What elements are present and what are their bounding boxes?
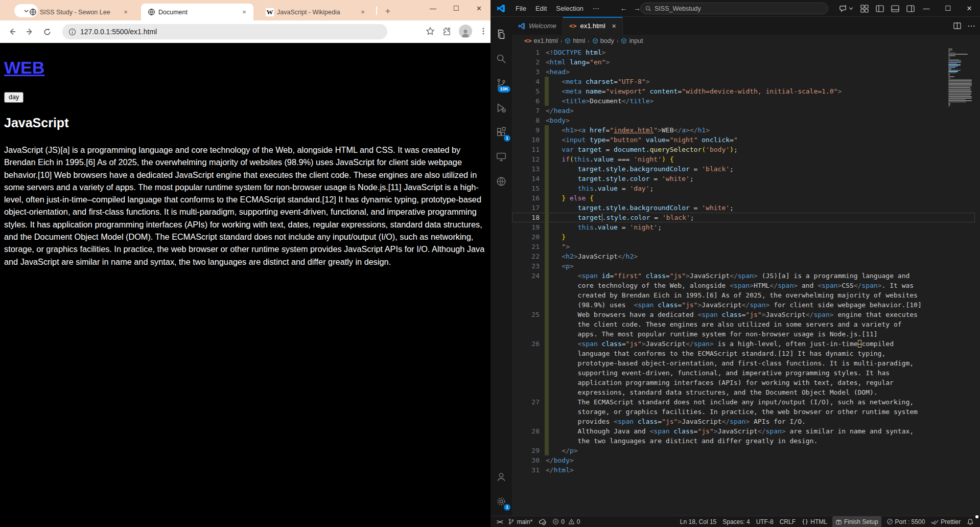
code-row[interactable]: 1<!DOCTYPE html> <box>512 48 980 57</box>
remote-explorer-icon[interactable] <box>491 145 512 169</box>
code-row[interactable]: 11 var target = document.querySelector('… <box>512 145 980 154</box>
encoding[interactable]: UTF-8 <box>753 516 777 527</box>
breadcrumb-html[interactable]: html <box>565 37 585 44</box>
close-tab-icon[interactable]: × <box>612 22 616 30</box>
bookmark-star-icon[interactable] <box>426 27 435 36</box>
code-editor[interactable]: 1<!DOCTYPE html>2<html lang="en">3<head>… <box>512 47 980 516</box>
code-row[interactable]: created by Brendan Eich in 1995.[6] As o… <box>512 290 980 300</box>
new-tab-button[interactable]: + <box>381 5 394 18</box>
code-row[interactable]: 31</html> <box>512 465 980 475</box>
tab-welcome[interactable]: Welcome <box>512 17 563 35</box>
command-center-search[interactable]: SISS_Webstudy <box>640 3 828 14</box>
source-control-icon[interactable]: 10K <box>491 71 512 96</box>
code-row[interactable]: 23 <p> <box>512 261 980 271</box>
menu-overflow[interactable]: ⋯ <box>588 5 604 12</box>
close-tab-icon[interactable]: × <box>240 8 248 16</box>
problems-item[interactable]: 0 0 <box>549 516 583 527</box>
toggle-sidebar-icon[interactable] <box>876 5 884 13</box>
menu-file[interactable]: File <box>511 5 531 12</box>
code-row[interactable]: supporting event-driven, functional, and… <box>512 368 980 378</box>
code-row[interactable]: 8<body> <box>512 116 980 125</box>
eol-sequence[interactable]: CRLF <box>777 516 799 527</box>
code-row[interactable]: the client code. These engines are also … <box>512 319 980 329</box>
indentation[interactable]: Spaces: 4 <box>719 516 753 527</box>
reload-button[interactable] <box>40 25 54 39</box>
code-row[interactable]: language that conforms to the ECMAScript… <box>512 349 980 358</box>
code-row[interactable]: 24 <span id="first" class="js">JavaScrip… <box>512 271 980 281</box>
minimize-button[interactable]: — <box>422 0 445 17</box>
forward-button[interactable] <box>22 25 37 39</box>
code-row[interactable]: 21 "> <box>512 242 980 251</box>
minimap[interactable] <box>948 49 973 106</box>
close-tab-icon[interactable]: × <box>122 8 130 16</box>
explorer-icon[interactable] <box>491 22 512 47</box>
browser-tab-document[interactable]: Document × <box>141 4 253 20</box>
customize-layout-icon[interactable] <box>860 5 869 13</box>
split-editor-icon[interactable] <box>953 22 961 30</box>
code-row[interactable]: 5 <meta name="viewport" content="width=d… <box>512 86 980 96</box>
toggle-secondary-sidebar-icon[interactable] <box>906 5 915 13</box>
toggle-panel-icon[interactable] <box>891 5 899 13</box>
code-row[interactable]: apps. The most popular runtime system fo… <box>512 329 980 339</box>
code-row[interactable]: provides <span class="js">JavaScript</sp… <box>512 417 980 426</box>
code-row[interactable]: 19 this.value = 'night'; <box>512 222 980 232</box>
code-row[interactable]: 30</body> <box>512 455 980 465</box>
minimize-button[interactable]: — <box>916 0 937 17</box>
code-row[interactable]: 4 <meta charset="UTF-8"> <box>512 77 980 86</box>
site-info-icon[interactable] <box>68 28 76 36</box>
close-tab-icon[interactable]: × <box>359 8 367 16</box>
code-row[interactable]: 20 } <box>512 232 980 242</box>
code-row[interactable]: storage, or graphics facilities. In prac… <box>512 407 980 417</box>
code-row[interactable]: 10 <input type="button" value="night" on… <box>512 135 980 145</box>
copilot-chat-icon[interactable] <box>839 4 853 13</box>
code-row[interactable]: 2<html lang="en"> <box>512 57 980 67</box>
settings-gear-icon[interactable]: 1 <box>491 489 512 514</box>
code-row[interactable]: 12 if(this.value === 'night') { <box>512 154 980 164</box>
close-window-button[interactable]: ✕ <box>959 0 980 17</box>
code-row[interactable]: 16 } else { <box>512 193 980 203</box>
browser-tab-wikipedia[interactable]: W JavaScript - Wikipedia × <box>260 4 372 20</box>
extensions-icon[interactable]: 1 <box>491 120 512 145</box>
maximize-button[interactable]: ☐ <box>445 0 468 17</box>
code-row[interactable]: 3<head> <box>512 67 980 77</box>
code-row[interactable]: 25 Web browsers have a dedicated <span c… <box>512 310 980 319</box>
code-row[interactable]: 14 target.style.color = 'white'; <box>512 174 980 184</box>
code-row[interactable]: 26 <span class="js">JavaScript</span> is… <box>512 339 980 349</box>
close-window-button[interactable]: ✕ <box>468 0 491 17</box>
code-row[interactable]: 7</head> <box>512 106 980 116</box>
day-night-toggle-button[interactable]: day <box>4 92 24 103</box>
menu-edit[interactable]: Edit <box>531 5 551 12</box>
search-icon[interactable] <box>491 47 512 71</box>
code-row[interactable]: 17 target.style.backgroundColor = 'white… <box>512 203 980 213</box>
go-forward-icon[interactable]: → <box>634 4 641 12</box>
git-branch-item[interactable]: main* <box>505 516 535 527</box>
browser-menu-icon[interactable] <box>479 27 487 35</box>
back-button[interactable] <box>5 25 19 39</box>
code-row[interactable]: (98.9%) uses <span class="js">JavaScript… <box>512 300 980 310</box>
go-back-icon[interactable]: ← <box>620 4 627 12</box>
live-server-port[interactable]: Port : 5500 <box>883 516 928 527</box>
breadcrumb-body[interactable]: body <box>592 37 614 44</box>
code-row[interactable]: prototype-based object-orientation, and … <box>512 358 980 368</box>
more-actions-icon[interactable]: ⋯ <box>967 21 976 31</box>
maximize-button[interactable]: ☐ <box>937 0 959 17</box>
code-row[interactable]: 28 Although Java and <span class="js">Ja… <box>512 426 980 436</box>
code-row[interactable]: core technology of the Web, alongside <s… <box>512 281 980 290</box>
code-row[interactable]: 15 this.value = 'day'; <box>512 184 980 193</box>
profile-avatar[interactable] <box>459 25 472 38</box>
breadcrumb-input[interactable]: input <box>621 37 643 44</box>
sync-changes-item[interactable] <box>535 516 549 527</box>
run-debug-icon[interactable] <box>491 96 512 120</box>
code-row[interactable]: 13 target.style.backgroundColor = 'black… <box>512 164 980 174</box>
code-row[interactable]: 22 <h2>JavaScript</h2> <box>512 251 980 261</box>
code-row[interactable]: 18 target.style.color = 'black'; <box>512 213 980 222</box>
code-row[interactable]: 9 <h1><a href="index.html">WEB</a></h1> <box>512 125 980 135</box>
address-bar[interactable]: 127.0.0.1:5500/ex1.html <box>62 24 387 39</box>
notifications-bell-icon[interactable] <box>964 516 977 527</box>
live-preview-icon[interactable] <box>491 169 512 194</box>
breadcrumb-file[interactable]: <> ex1.html <box>524 37 558 44</box>
remote-indicator[interactable]: >< <box>494 516 505 527</box>
code-row[interactable]: the two languages are distinct and diffe… <box>512 436 980 446</box>
code-row[interactable]: 27 The ECMAScript standard does not incl… <box>512 397 980 407</box>
extensions-puzzle-icon[interactable] <box>442 27 452 36</box>
